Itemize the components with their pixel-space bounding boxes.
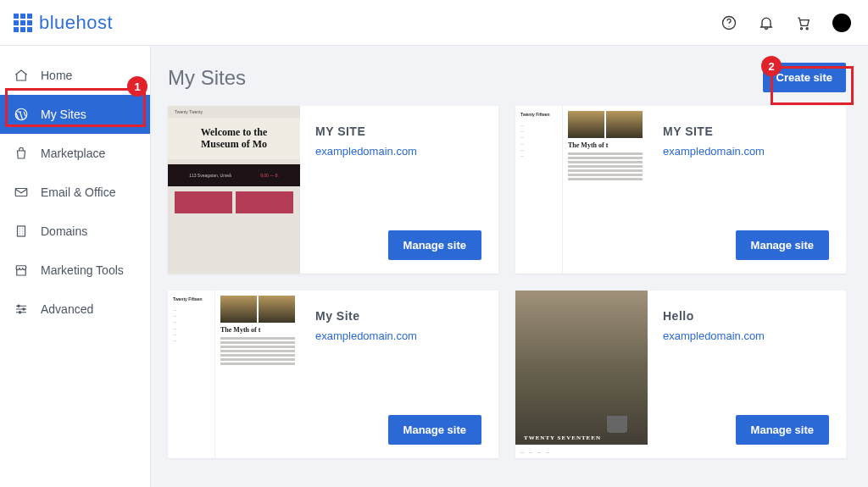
svg-point-7 bbox=[18, 305, 19, 307]
sidebar-item-label: Domains bbox=[41, 224, 87, 238]
svg-point-8 bbox=[23, 308, 25, 310]
page-header: My Sites Create site bbox=[168, 63, 846, 92]
site-card: Twenty Twenty Welcome to theMuseum of Mo… bbox=[168, 106, 498, 274]
site-domain-link[interactable]: exampledomain.com bbox=[315, 145, 417, 158]
site-card-body: MY SITE exampledomain.com Manage site bbox=[648, 106, 846, 274]
manage-site-button[interactable]: Manage site bbox=[388, 230, 481, 260]
site-title: Hello bbox=[663, 309, 829, 323]
wordpress-icon bbox=[14, 107, 29, 122]
thumb-side-header: Twenty Fifteen bbox=[520, 111, 557, 119]
site-card-body: My Site exampledomain.com Manage site bbox=[300, 291, 498, 458]
sidebar: Home My Sites Marketplace Email & Office… bbox=[0, 46, 151, 487]
main-content: My Sites Create site Twenty Twenty Welco… bbox=[151, 46, 868, 487]
sidebar-item-label: Marketing Tools bbox=[41, 263, 124, 277]
site-cards-grid: Twenty Twenty Welcome to theMuseum of Mo… bbox=[168, 106, 846, 458]
site-card-body: MY SITE exampledomain.com Manage site bbox=[300, 106, 498, 274]
svg-point-9 bbox=[19, 312, 20, 313]
site-card: Twenty Fifteen —————— The Myth of t My S… bbox=[168, 291, 498, 458]
site-title: MY SITE bbox=[663, 125, 829, 138]
site-title: MY SITE bbox=[315, 125, 481, 138]
brand-text: bluehost bbox=[39, 12, 113, 34]
thumb-topbar: Twenty Twenty bbox=[168, 106, 300, 118]
thumb-blocks bbox=[168, 191, 300, 213]
svg-rect-5 bbox=[15, 189, 27, 196]
create-site-button[interactable]: Create site bbox=[763, 63, 846, 92]
brand-grid-icon bbox=[14, 14, 32, 32]
sidebar-item-domains[interactable]: Domains bbox=[0, 212, 150, 251]
mail-icon bbox=[14, 185, 29, 200]
thumb-side-header: Twenty Fifteen bbox=[173, 296, 209, 303]
home-icon bbox=[14, 68, 29, 83]
site-thumbnail[interactable]: Twenty Fifteen —————— The Myth of t bbox=[168, 291, 300, 458]
thumb-sidebar: Twenty Fifteen —————— bbox=[168, 291, 215, 458]
sidebar-item-marketplace[interactable]: Marketplace bbox=[0, 134, 150, 173]
site-thumbnail[interactable]: Twenty Fifteen —————— The Myth of t bbox=[515, 106, 648, 274]
thumb-sidebar: Twenty Fifteen —————— bbox=[515, 106, 563, 274]
bag-icon bbox=[14, 146, 29, 161]
svg-point-3 bbox=[806, 27, 808, 29]
site-card: Twenty Fifteen —————— The Myth of t MY S… bbox=[515, 106, 846, 274]
thumb-hero-line: Museum of Mo bbox=[201, 138, 267, 150]
store-icon bbox=[14, 263, 29, 278]
bell-icon[interactable] bbox=[758, 14, 775, 31]
site-card-body: Hello exampledomain.com Manage site bbox=[648, 291, 846, 458]
thumb-content: The Myth of t bbox=[563, 106, 648, 274]
thumb-infobar-text: 9.00 — 8. bbox=[260, 173, 279, 178]
sidebar-item-my-sites[interactable]: My Sites bbox=[0, 95, 150, 134]
thumb-article-title: The Myth of t bbox=[220, 326, 295, 334]
cart-icon[interactable] bbox=[795, 14, 812, 31]
sidebar-item-label: My Sites bbox=[41, 108, 86, 121]
help-icon[interactable] bbox=[721, 14, 737, 31]
site-domain-link[interactable]: exampledomain.com bbox=[663, 145, 765, 158]
avatar[interactable] bbox=[832, 14, 851, 32]
brand[interactable]: bluehost bbox=[14, 12, 113, 34]
manage-site-button[interactable]: Manage site bbox=[388, 415, 481, 445]
sidebar-item-email-office[interactable]: Email & Office bbox=[0, 173, 150, 212]
sidebar-item-advanced[interactable]: Advanced bbox=[0, 290, 150, 329]
thumb-theme-label: TWENTY SEVENTEEN bbox=[524, 434, 601, 441]
manage-site-button[interactable]: Manage site bbox=[736, 230, 829, 260]
thumb-hero-line: Welcome to the bbox=[201, 126, 268, 138]
thumb-article-title: The Myth of t bbox=[568, 141, 643, 149]
sidebar-item-label: Email & Office bbox=[41, 185, 115, 199]
site-title: My Site bbox=[315, 309, 481, 323]
site-thumbnail[interactable]: Twenty Twenty Welcome to theMuseum of Mo… bbox=[168, 106, 300, 274]
site-domain-link[interactable]: exampledomain.com bbox=[663, 329, 765, 342]
thumb-infobar-text: 113 Sveagatan, Umeå bbox=[189, 173, 231, 178]
sliders-icon bbox=[14, 302, 29, 317]
thumb-infobar: 113 Sveagatan, Umeå9.00 — 8. bbox=[168, 164, 300, 186]
page-title: My Sites bbox=[168, 66, 246, 90]
svg-point-2 bbox=[800, 27, 802, 29]
thumb-content: The Myth of t bbox=[215, 291, 300, 458]
svg-rect-6 bbox=[18, 226, 25, 236]
thumb-hero: Welcome to theMuseum of Mo bbox=[168, 118, 300, 159]
sidebar-item-label: Home bbox=[41, 69, 72, 82]
building-icon bbox=[14, 224, 29, 239]
site-domain-link[interactable]: exampledomain.com bbox=[315, 329, 417, 342]
svg-point-1 bbox=[729, 25, 730, 26]
sidebar-item-label: Marketplace bbox=[41, 147, 105, 160]
site-thumbnail[interactable]: TWENTY SEVENTEEN ———— bbox=[515, 291, 648, 458]
site-card: TWENTY SEVENTEEN ———— Hello exampledomai… bbox=[515, 291, 846, 458]
sidebar-item-marketing-tools[interactable]: Marketing Tools bbox=[0, 251, 150, 290]
manage-site-button[interactable]: Manage site bbox=[736, 415, 829, 445]
top-bar-right bbox=[721, 14, 851, 32]
top-bar: bluehost bbox=[0, 0, 868, 46]
sidebar-item-home[interactable]: Home bbox=[0, 56, 150, 95]
sidebar-item-label: Advanced bbox=[41, 302, 93, 316]
